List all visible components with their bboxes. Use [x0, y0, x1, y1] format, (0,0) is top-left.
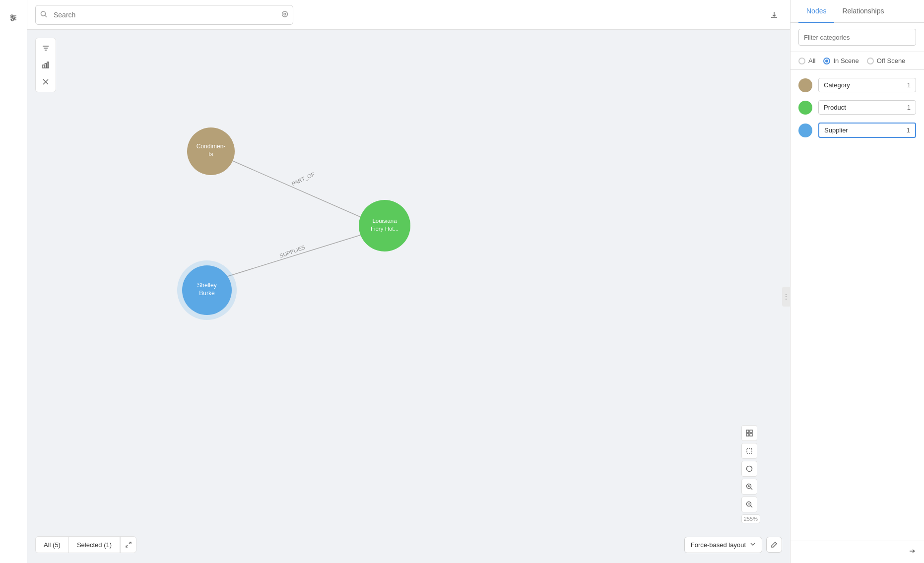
layout-label: Force-based layout [691, 541, 746, 549]
category-dot-product [798, 101, 812, 115]
layout-selector: Force-based layout [684, 537, 782, 553]
category-label-product: Product 1 [818, 100, 916, 115]
svg-line-22 [750, 488, 752, 490]
svg-text:Fiery Hot...: Fiery Hot... [371, 226, 398, 232]
filter-icon[interactable] [39, 41, 53, 55]
layout-dropdown[interactable]: Force-based layout [684, 537, 762, 553]
node-shelley-label: Shelley [197, 282, 216, 289]
sliders-icon[interactable] [5, 10, 21, 26]
top-bar [27, 0, 790, 30]
bottom-bar: All (5) Selected (1) Force-based layout [35, 536, 782, 553]
lasso-select-button[interactable] [741, 461, 757, 477]
edit-layout-button[interactable] [766, 537, 782, 553]
svg-point-5 [11, 19, 13, 21]
category-list: Category 1 Product 1 Supplier 1 [791, 70, 924, 541]
svg-rect-11 [45, 63, 47, 68]
search-icon [40, 10, 47, 19]
filter-categories-input[interactable] [798, 29, 916, 46]
graph-area[interactable]: PART_OF SUPPLIES Condimen- ts Louisiana … [27, 30, 790, 563]
category-item-supplier[interactable]: Supplier 1 [791, 119, 924, 142]
svg-rect-16 [746, 430, 749, 433]
svg-point-6 [41, 11, 46, 16]
svg-rect-20 [747, 448, 752, 453]
category-item-product[interactable]: Product 1 [791, 96, 924, 119]
left-sidebar [0, 0, 27, 563]
svg-point-3 [11, 15, 13, 17]
graph-canvas[interactable]: PART_OF SUPPLIES Condimen- ts Louisiana … [27, 30, 790, 563]
cross-filter-icon[interactable] [39, 75, 53, 89]
node-condiments-label: Condimen- [197, 143, 226, 150]
svg-point-8 [282, 11, 288, 17]
svg-rect-12 [47, 62, 49, 68]
chevron-down-icon [750, 541, 756, 549]
svg-rect-19 [750, 434, 752, 436]
radio-all-circle [798, 58, 805, 64]
zoom-in-button[interactable] [741, 479, 757, 495]
node-louisiana-label: Louisiana [372, 218, 397, 224]
filter-input-wrap [791, 23, 924, 52]
edge-label-supplies: SUPPLIES [279, 244, 306, 259]
svg-rect-10 [43, 65, 44, 68]
tab-relationships[interactable]: Relationships [834, 0, 892, 23]
search-target-icon[interactable] [281, 10, 288, 19]
edge-label-part-of: PART_OF [291, 171, 316, 187]
download-button[interactable] [766, 7, 782, 23]
svg-line-26 [750, 506, 752, 508]
svg-rect-18 [746, 434, 749, 436]
category-item-category[interactable]: Category 1 [791, 74, 924, 96]
radio-all[interactable]: All [798, 57, 815, 64]
frame-selection-button[interactable] [741, 443, 757, 459]
category-label-supplier: Supplier 1 [818, 123, 916, 138]
all-pill[interactable]: All (5) [36, 537, 69, 553]
zoom-controls: 255% [741, 425, 760, 523]
right-panel: Nodes Relationships All In Scene Off Sce… [790, 0, 924, 563]
category-label-category: Category 1 [818, 78, 916, 92]
svg-point-4 [13, 17, 15, 19]
tab-nodes[interactable]: Nodes [798, 0, 834, 23]
collapse-panel-handle[interactable]: ⋮ [782, 287, 790, 307]
expand-button[interactable] [120, 537, 136, 553]
edge-part-of [211, 151, 375, 223]
search-container [35, 5, 293, 25]
svg-point-9 [284, 13, 286, 15]
radio-in-scene-circle [823, 58, 830, 64]
svg-rect-17 [750, 430, 752, 433]
svg-text:ts: ts [208, 151, 213, 158]
selected-pill[interactable]: Selected (1) [69, 537, 120, 553]
main-area: PART_OF SUPPLIES Condimen- ts Louisiana … [27, 0, 790, 563]
panel-tabs: Nodes Relationships [791, 0, 924, 23]
category-dot-category [798, 78, 812, 92]
svg-line-7 [45, 15, 47, 17]
svg-text:Burke: Burke [199, 290, 215, 297]
chart-icon[interactable] [39, 58, 53, 72]
status-pills: All (5) Selected (1) [35, 536, 136, 553]
radio-off-scene-circle [867, 58, 874, 64]
zoom-level-display: 255% [741, 514, 760, 523]
panel-expand-button[interactable] [908, 547, 916, 557]
radio-group: All In Scene Off Scene [791, 52, 924, 70]
fit-view-button[interactable] [741, 425, 757, 441]
radio-in-scene[interactable]: In Scene [823, 57, 858, 64]
zoom-out-button[interactable] [741, 497, 757, 512]
filter-toolbar [35, 38, 56, 92]
category-dot-supplier [798, 124, 812, 137]
search-input[interactable] [35, 5, 293, 25]
radio-off-scene[interactable]: Off Scene [867, 57, 906, 64]
